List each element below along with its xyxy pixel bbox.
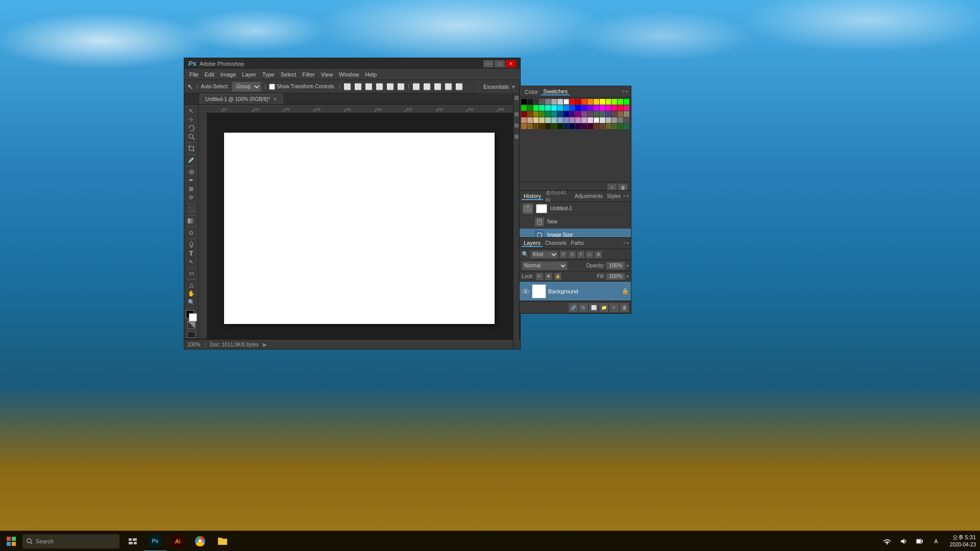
menu-image[interactable]: Image <box>217 70 239 79</box>
auto-select-dropdown[interactable]: Group <box>232 82 261 92</box>
swatch[interactable] <box>557 117 563 123</box>
taskview-button[interactable] <box>121 531 144 552</box>
swatch[interactable] <box>539 99 545 105</box>
swatch[interactable] <box>527 111 533 117</box>
filter-pixel-icon[interactable]: P <box>560 251 567 258</box>
tab-close-icon[interactable]: ✕ <box>273 96 277 102</box>
swatch[interactable] <box>570 117 575 123</box>
brush-tool[interactable]: ✒ <box>186 177 197 185</box>
battery-icon[interactable] <box>913 531 927 552</box>
swatch[interactable] <box>587 111 593 117</box>
panel-strip-icon-2[interactable] <box>514 112 519 116</box>
swatch[interactable] <box>564 117 569 123</box>
swatch[interactable] <box>539 111 545 117</box>
opacity-value[interactable]: 100% <box>606 262 625 270</box>
swatch[interactable] <box>557 105 563 111</box>
swatch[interactable] <box>587 123 593 129</box>
paths-tab[interactable]: Paths <box>569 240 585 246</box>
swatch[interactable] <box>545 117 551 123</box>
dist-icon-2[interactable]: ⬜ <box>423 83 431 90</box>
swatch[interactable] <box>618 123 623 129</box>
align-icon-4[interactable]: ⬜ <box>376 83 383 90</box>
taskbar-chrome-icon[interactable] <box>189 531 211 552</box>
swatch[interactable] <box>545 123 551 129</box>
delete-layer-btn[interactable]: 🗑 <box>620 303 629 312</box>
swatch[interactable] <box>606 123 611 129</box>
swatch[interactable] <box>611 105 617 111</box>
stamp-tool[interactable]: ⊞ <box>186 185 197 193</box>
maximize-button[interactable]: □ <box>495 60 505 67</box>
swatch[interactable] <box>545 105 551 111</box>
align-icon-6[interactable]: ⬜ <box>397 83 405 90</box>
swatch[interactable] <box>587 99 593 105</box>
dist-icon-4[interactable]: ⬜ <box>445 83 452 90</box>
show-transform-checkbox[interactable] <box>269 84 275 90</box>
swatch[interactable] <box>521 105 527 111</box>
ps-titlebar-controls[interactable]: — □ ✕ <box>483 60 516 67</box>
pen-tool[interactable] <box>186 240 197 248</box>
eyedropper-tool[interactable]: 💉 <box>186 156 197 164</box>
swatch[interactable] <box>521 123 527 129</box>
background-color[interactable] <box>189 313 197 321</box>
swatch[interactable] <box>564 123 569 129</box>
align-icon-2[interactable]: ⬜ <box>354 83 362 90</box>
swatch[interactable] <box>611 99 617 105</box>
quick-mask-icon[interactable] <box>186 321 197 329</box>
swatch[interactable] <box>624 117 629 123</box>
layer-item-background[interactable]: Background 🔒 <box>520 282 631 301</box>
swatch[interactable] <box>606 105 611 111</box>
filter-smart-icon[interactable]: ⊞ <box>595 251 602 258</box>
add-mask-btn[interactable]: ⬜ <box>589 303 598 312</box>
swatch[interactable] <box>533 99 539 105</box>
swatch[interactable] <box>527 117 533 123</box>
swatch[interactable] <box>581 123 587 129</box>
swatch[interactable] <box>539 117 545 123</box>
swatch[interactable] <box>570 123 575 129</box>
swatch[interactable] <box>581 99 587 105</box>
dist-icon-5[interactable]: ⬜ <box>455 83 463 90</box>
3d-tool[interactable]: △ <box>186 281 197 289</box>
canvas[interactable] <box>224 133 495 324</box>
color-tab[interactable]: Color <box>523 89 540 95</box>
lock-pixels-icon[interactable]: ✏ <box>536 273 543 280</box>
fill-dropdown[interactable]: ▾ <box>626 274 629 279</box>
swatch[interactable] <box>587 117 593 123</box>
swatch[interactable] <box>551 111 557 117</box>
lasso-tool[interactable] <box>186 124 197 132</box>
align-icon-3[interactable]: ⬜ <box>365 83 373 90</box>
swatch[interactable] <box>557 99 563 105</box>
swatch[interactable] <box>564 105 569 111</box>
dist-icon-3[interactable]: ⬜ <box>434 83 442 90</box>
filter-adj-icon[interactable]: A <box>569 251 576 258</box>
hand-tool[interactable]: ✋ <box>186 290 197 298</box>
menu-filter[interactable]: Filter <box>299 70 317 79</box>
swatch[interactable] <box>600 123 605 129</box>
swatch[interactable] <box>624 111 629 117</box>
marquee-tool[interactable]: ⊹ <box>186 115 197 123</box>
document-tab[interactable]: Untitled-1 @ 100% (RGB/8)* ✕ <box>200 94 283 104</box>
swatch[interactable] <box>551 105 557 111</box>
filter-shape-icon[interactable]: ▭ <box>586 251 593 258</box>
swatch[interactable] <box>618 117 623 123</box>
history-item-new[interactable]: New <box>520 215 631 229</box>
swatch[interactable] <box>624 105 629 111</box>
opacity-dropdown[interactable]: ▾ <box>626 263 629 268</box>
fill-value[interactable]: 100% <box>606 273 625 280</box>
align-icon-1[interactable]: ⬜ <box>344 83 351 90</box>
swatch[interactable] <box>551 117 557 123</box>
history-item-snapshot[interactable]: Untitled-1 <box>520 202 631 215</box>
swatch[interactable] <box>600 99 605 105</box>
network-icon[interactable] <box>880 531 894 552</box>
taskbar-search[interactable]: Search <box>22 534 119 548</box>
move-tool[interactable]: ↖ <box>186 107 197 115</box>
layers-collapse-icon[interactable]: ▾ <box>627 241 629 245</box>
swatch[interactable] <box>527 105 533 111</box>
dist-icon-1[interactable]: ⬜ <box>412 83 420 90</box>
menu-layer[interactable]: Layer <box>239 70 259 79</box>
swatch[interactable] <box>557 123 563 129</box>
swatch[interactable] <box>581 105 587 111</box>
volume-icon[interactable] <box>896 531 911 552</box>
swatch[interactable] <box>570 105 575 111</box>
ime-icon[interactable]: A <box>929 531 943 552</box>
crop-tool[interactable] <box>186 144 197 153</box>
